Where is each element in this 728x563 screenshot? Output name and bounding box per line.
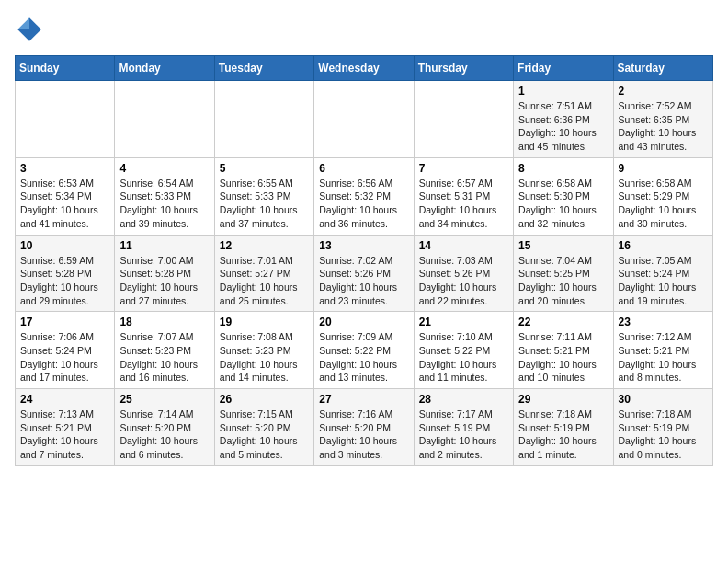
day-number: 5 [220,162,309,175]
day-number: 27 [319,393,408,406]
day-number: 6 [319,162,408,175]
day-detail: Sunrise: 7:11 AM Sunset: 5:21 PM Dayligh… [518,330,608,385]
calendar-week-4: 17Sunrise: 7:06 AM Sunset: 5:24 PM Dayli… [16,312,713,389]
calendar-week-3: 10Sunrise: 6:59 AM Sunset: 5:28 PM Dayli… [16,235,713,312]
calendar-cell: 19Sunrise: 7:08 AM Sunset: 5:23 PM Dayli… [214,312,313,389]
day-number: 13 [319,239,408,252]
calendar-cell: 16Sunrise: 7:05 AM Sunset: 5:24 PM Dayli… [613,235,712,312]
weekday-header-saturday: Saturday [613,56,712,81]
day-number: 25 [119,393,209,406]
svg-marker-1 [17,17,29,29]
day-detail: Sunrise: 7:18 AM Sunset: 5:19 PM Dayligh… [518,408,608,462]
calendar-cell: 9Sunrise: 6:58 AM Sunset: 5:29 PM Daylig… [613,157,712,235]
day-detail: Sunrise: 7:13 AM Sunset: 5:21 PM Dayligh… [20,408,109,462]
day-number: 3 [20,162,109,175]
calendar-cell [314,81,414,158]
day-detail: Sunrise: 7:07 AM Sunset: 5:23 PM Dayligh… [119,330,209,385]
calendar-cell [16,81,115,158]
calendar-week-1: 1Sunrise: 7:51 AM Sunset: 6:36 PM Daylig… [16,81,713,158]
calendar-cell: 30Sunrise: 7:18 AM Sunset: 5:19 PM Dayli… [613,389,712,466]
day-detail: Sunrise: 7:16 AM Sunset: 5:20 PM Dayligh… [319,408,408,462]
calendar-cell: 24Sunrise: 7:13 AM Sunset: 5:21 PM Dayli… [16,389,115,466]
day-detail: Sunrise: 6:58 AM Sunset: 5:29 PM Dayligh… [619,177,708,231]
calendar-cell: 2Sunrise: 7:52 AM Sunset: 6:35 PM Daylig… [613,81,712,158]
day-number: 4 [119,162,209,175]
day-detail: Sunrise: 7:01 AM Sunset: 5:27 PM Dayligh… [220,254,309,308]
calendar-cell: 28Sunrise: 7:17 AM Sunset: 5:19 PM Dayli… [414,389,513,466]
calendar-cell: 5Sunrise: 6:55 AM Sunset: 5:33 PM Daylig… [214,157,313,235]
day-detail: Sunrise: 7:02 AM Sunset: 5:26 PM Dayligh… [319,254,408,308]
day-number: 20 [319,316,408,328]
weekday-header-friday: Friday [514,56,613,81]
day-number: 19 [220,316,309,328]
day-detail: Sunrise: 7:05 AM Sunset: 5:24 PM Dayligh… [619,254,708,308]
day-number: 14 [419,239,508,252]
calendar-cell [214,81,313,158]
weekday-header-tuesday: Tuesday [214,56,313,81]
day-number: 2 [619,85,708,98]
day-detail: Sunrise: 7:10 AM Sunset: 5:22 PM Dayligh… [419,330,508,385]
day-detail: Sunrise: 6:55 AM Sunset: 5:33 PM Dayligh… [220,177,309,231]
day-number: 26 [220,393,309,406]
day-detail: Sunrise: 7:09 AM Sunset: 5:22 PM Dayligh… [319,330,408,385]
day-detail: Sunrise: 7:15 AM Sunset: 5:20 PM Dayligh… [220,408,309,462]
svg-marker-2 [17,29,41,41]
weekday-header-monday: Monday [115,56,214,81]
calendar-cell: 15Sunrise: 7:04 AM Sunset: 5:25 PM Dayli… [514,235,613,312]
day-number: 23 [619,316,708,328]
day-number: 24 [20,393,109,406]
weekday-header-sunday: Sunday [16,56,115,81]
calendar-cell: 13Sunrise: 7:02 AM Sunset: 5:26 PM Dayli… [314,235,414,312]
logo [15,15,48,44]
day-number: 28 [419,393,508,406]
calendar-cell [115,81,214,158]
day-number: 18 [119,316,209,328]
calendar-cell: 29Sunrise: 7:18 AM Sunset: 5:19 PM Dayli… [514,389,613,466]
day-detail: Sunrise: 6:54 AM Sunset: 5:33 PM Dayligh… [119,177,209,231]
calendar-cell: 27Sunrise: 7:16 AM Sunset: 5:20 PM Dayli… [314,389,414,466]
day-number: 9 [619,162,708,175]
day-detail: Sunrise: 7:06 AM Sunset: 5:24 PM Dayligh… [20,330,109,385]
day-number: 15 [518,239,608,252]
weekday-header-row: SundayMondayTuesdayWednesdayThursdayFrid… [16,56,713,81]
day-number: 10 [20,239,109,252]
calendar-cell: 12Sunrise: 7:01 AM Sunset: 5:27 PM Dayli… [214,235,313,312]
day-detail: Sunrise: 7:00 AM Sunset: 5:28 PM Dayligh… [119,254,209,308]
calendar-cell: 20Sunrise: 7:09 AM Sunset: 5:22 PM Dayli… [314,312,414,389]
day-number: 11 [119,239,209,252]
calendar-table: SundayMondayTuesdayWednesdayThursdayFrid… [15,55,713,466]
weekday-header-thursday: Thursday [414,56,513,81]
calendar-week-5: 24Sunrise: 7:13 AM Sunset: 5:21 PM Dayli… [16,389,713,466]
day-detail: Sunrise: 7:04 AM Sunset: 5:25 PM Dayligh… [518,254,608,308]
calendar-cell: 11Sunrise: 7:00 AM Sunset: 5:28 PM Dayli… [115,235,214,312]
day-detail: Sunrise: 6:53 AM Sunset: 5:34 PM Dayligh… [20,177,109,231]
day-detail: Sunrise: 7:52 AM Sunset: 6:35 PM Dayligh… [619,99,708,154]
calendar-cell: 6Sunrise: 6:56 AM Sunset: 5:32 PM Daylig… [314,157,414,235]
day-detail: Sunrise: 7:14 AM Sunset: 5:20 PM Dayligh… [119,408,209,462]
calendar-cell: 1Sunrise: 7:51 AM Sunset: 6:36 PM Daylig… [514,81,613,158]
day-detail: Sunrise: 7:12 AM Sunset: 5:21 PM Dayligh… [619,330,708,385]
calendar-cell: 25Sunrise: 7:14 AM Sunset: 5:20 PM Dayli… [115,389,214,466]
calendar-cell: 21Sunrise: 7:10 AM Sunset: 5:22 PM Dayli… [414,312,513,389]
day-detail: Sunrise: 6:57 AM Sunset: 5:31 PM Dayligh… [419,177,508,231]
day-detail: Sunrise: 7:51 AM Sunset: 6:36 PM Dayligh… [518,99,608,154]
calendar-cell: 10Sunrise: 6:59 AM Sunset: 5:28 PM Dayli… [16,235,115,312]
calendar-week-2: 3Sunrise: 6:53 AM Sunset: 5:34 PM Daylig… [16,157,713,235]
day-number: 30 [619,393,708,406]
day-detail: Sunrise: 6:56 AM Sunset: 5:32 PM Dayligh… [319,177,408,231]
calendar-cell: 14Sunrise: 7:03 AM Sunset: 5:26 PM Dayli… [414,235,513,312]
logo-icon [15,15,44,44]
day-detail: Sunrise: 7:08 AM Sunset: 5:23 PM Dayligh… [220,330,309,385]
day-detail: Sunrise: 7:18 AM Sunset: 5:19 PM Dayligh… [619,408,708,462]
day-number: 12 [220,239,309,252]
calendar-cell: 17Sunrise: 7:06 AM Sunset: 5:24 PM Dayli… [16,312,115,389]
day-number: 16 [619,239,708,252]
weekday-header-wednesday: Wednesday [314,56,414,81]
calendar-cell [414,81,513,158]
calendar-cell: 3Sunrise: 6:53 AM Sunset: 5:34 PM Daylig… [16,157,115,235]
calendar-cell: 22Sunrise: 7:11 AM Sunset: 5:21 PM Dayli… [514,312,613,389]
day-detail: Sunrise: 6:58 AM Sunset: 5:30 PM Dayligh… [518,177,608,231]
calendar-cell: 23Sunrise: 7:12 AM Sunset: 5:21 PM Dayli… [613,312,712,389]
day-number: 8 [518,162,608,175]
calendar-cell: 26Sunrise: 7:15 AM Sunset: 5:20 PM Dayli… [214,389,313,466]
